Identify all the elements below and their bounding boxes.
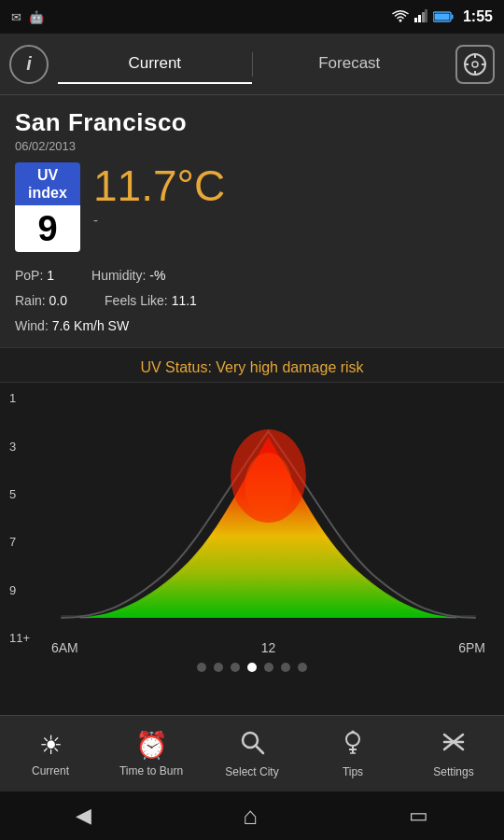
weather-row: UVindex 9 11.7°C -: [15, 162, 489, 252]
uv-status-bar: UV Status: Very high damage risk: [0, 348, 504, 383]
svg-line-18: [256, 746, 263, 753]
rain-item: Rain: 0.0: [15, 288, 67, 314]
bottom-nav: ☀ Current ⏰ Time to Burn Select City Tip…: [0, 715, 504, 791]
nav-city-label: Select City: [225, 765, 278, 778]
status-icons-right: 1:55: [392, 8, 493, 25]
back-button[interactable]: ◀: [76, 804, 91, 828]
detail-row-1: PoP: 1 Humidity: -%: [15, 263, 489, 288]
nav-tips-label: Tips: [343, 765, 363, 778]
svg-rect-6: [451, 15, 453, 20]
temperature-desc: -: [93, 212, 489, 228]
svg-rect-3: [422, 12, 425, 22]
x-label-6pm: 6PM: [458, 640, 485, 655]
svg-rect-2: [418, 15, 421, 22]
search-icon: [239, 729, 265, 762]
pop-item: PoP: 1: [15, 263, 54, 288]
nav-settings[interactable]: Settings: [403, 721, 504, 786]
wind-value: 7.6 Km/h SW: [52, 318, 129, 333]
battery-icon: [433, 11, 454, 22]
dot-2: [214, 663, 223, 672]
y-label-7: 7: [9, 536, 30, 548]
humidity-item: Humidity: -%: [91, 263, 165, 288]
settings-icon: [441, 729, 467, 762]
location-icon: [463, 52, 487, 77]
chart-area: 11+ 9 7 5 3 1: [0, 383, 504, 681]
info-icon: i: [26, 53, 32, 75]
y-label-5: 5: [9, 488, 30, 500]
nav-burn-label: Time to Burn: [119, 764, 183, 777]
city-name: San Francisco: [15, 108, 489, 137]
uv-chart-container: [42, 392, 495, 635]
dot-5: [264, 663, 273, 672]
dot-1: [197, 663, 206, 672]
x-label-6am: 6AM: [51, 640, 78, 655]
uv-label: UVindex: [15, 166, 80, 202]
nav-tips[interactable]: Tips: [302, 721, 403, 786]
nav-settings-label: Settings: [433, 765, 473, 778]
temperature-section: 11.7°C -: [93, 162, 489, 228]
date-text: 06/02/2013: [15, 139, 489, 153]
rain-value: 0.0: [49, 293, 67, 308]
top-nav: i Current Forecast: [0, 34, 504, 95]
y-axis: 11+ 9 7 5 3 1: [9, 392, 30, 644]
y-label-3: 3: [9, 441, 30, 453]
info-button[interactable]: i: [9, 45, 49, 84]
svg-point-16: [245, 453, 292, 518]
temperature-value: 11.7°C: [93, 162, 489, 210]
nav-current-label: Current: [32, 764, 69, 777]
status-time: 1:55: [463, 8, 493, 25]
svg-rect-4: [425, 9, 427, 22]
location-button[interactable]: [455, 45, 495, 84]
y-label-9: 9: [9, 584, 30, 596]
tab-forecast[interactable]: Forecast: [253, 45, 447, 84]
nav-current[interactable]: ☀ Current: [0, 722, 101, 785]
feels-like-item: Feels Like: 11.1: [105, 288, 197, 314]
uv-number-box: 9: [15, 205, 80, 252]
svg-point-19: [346, 733, 359, 746]
wifi-icon: [392, 9, 409, 25]
sun-icon: ☀: [39, 730, 63, 761]
recent-button[interactable]: ▭: [409, 804, 428, 828]
y-label-1: 1: [9, 392, 30, 404]
svg-point-0: [399, 19, 401, 21]
nav-time-to-burn[interactable]: ⏰ Time to Burn: [101, 722, 202, 785]
status-bar: ✉ 🤖 1: [0, 0, 504, 34]
uv-value: 9: [15, 211, 80, 246]
home-button[interactable]: ⌂: [243, 802, 258, 831]
weather-details: PoP: 1 Humidity: -% Rain: 0.0 Feels Like…: [15, 263, 489, 338]
android-icon: 🤖: [29, 10, 44, 24]
feels-like-value: 11.1: [172, 293, 197, 308]
rain-label: Rain:: [15, 293, 46, 308]
pagination-dots: [9, 655, 495, 676]
detail-row-2: Rain: 0.0 Feels Like: 11.1: [15, 288, 489, 314]
android-nav: ◀ ⌂ ▭: [0, 791, 504, 840]
dot-7: [298, 663, 307, 672]
uv-status-text: UV Status: Very high damage risk: [140, 359, 363, 375]
pop-label: PoP:: [15, 268, 43, 283]
svg-rect-1: [414, 18, 417, 22]
feels-like-label: Feels Like:: [105, 293, 168, 308]
x-axis: 6AM 12 6PM: [42, 635, 495, 655]
dot-3: [231, 663, 240, 672]
status-icons-left: ✉ 🤖: [11, 10, 44, 24]
tab-current[interactable]: Current: [58, 45, 252, 84]
svg-rect-7: [434, 14, 449, 21]
y-label-11: 11+: [9, 632, 30, 644]
uv-index-box: UVindex 9: [15, 162, 80, 252]
nav-tabs: Current Forecast: [58, 45, 446, 84]
tips-icon: [340, 729, 366, 762]
humidity-label: Humidity:: [91, 268, 146, 283]
gmail-icon: ✉: [11, 10, 21, 24]
humidity-value: -%: [149, 268, 165, 283]
weather-content: San Francisco 06/02/2013 UVindex 9 11.7°…: [0, 95, 504, 348]
signal-icon: [414, 9, 427, 25]
nav-select-city[interactable]: Select City: [202, 721, 302, 786]
uv-chart-svg: [42, 392, 495, 635]
dot-6: [281, 663, 290, 672]
svg-point-13: [472, 62, 478, 67]
dot-4-active: [247, 663, 257, 672]
wind-label: Wind:: [15, 318, 49, 333]
wind-item: Wind: 7.6 Km/h SW: [15, 314, 129, 339]
clock-icon: ⏰: [135, 730, 168, 761]
detail-row-3: Wind: 7.6 Km/h SW: [15, 314, 489, 339]
